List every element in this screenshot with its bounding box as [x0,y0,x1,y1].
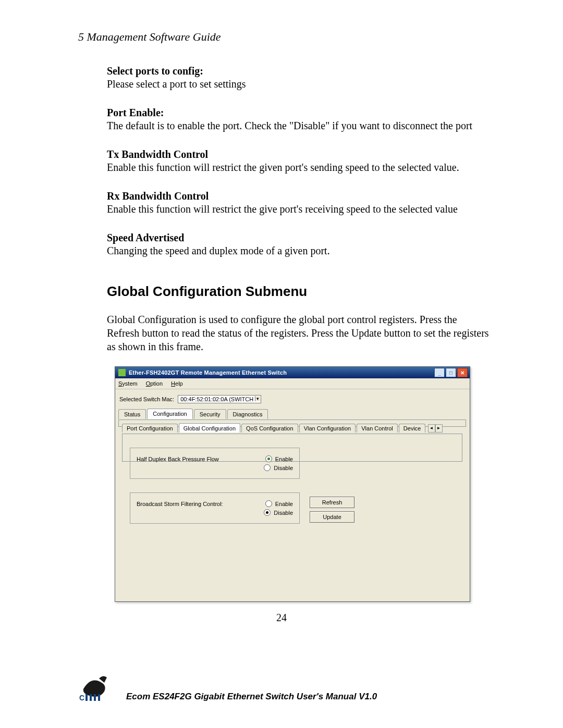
chapter-heading: 5 Management Software Guide [78,30,490,44]
logo-icon: C [78,673,115,702]
group1-label: Half Duplex Back Pressure Flow [137,456,265,462]
section-speed-advertised: Speed Advertised Changing the speed and … [107,231,490,257]
label: Speed Advertised [107,231,490,244]
paragraph-global-config: Global Configuration is used to configur… [107,313,490,353]
app-window: Ether-FSH2402GT Remote Management Ethern… [115,366,470,602]
section-port-enable: Port Enable: The default is to enable th… [107,106,490,132]
titlebar: Ether-FSH2402GT Remote Management Ethern… [115,367,470,378]
mac-dropdown[interactable]: 00:4F:52:01:02:0A (SWITCH [178,395,261,403]
subtab-qos-configuration[interactable]: QoS Configuration [241,424,298,433]
document-page: 5 Management Software Guide Select ports… [0,0,563,728]
radio-hd-enable[interactable] [265,455,272,462]
section-tx-bandwidth: Tx Bandwidth Control Enable this functio… [107,148,490,174]
radio-bs-enable-label: Enable [275,501,293,507]
text: The default is to enable the port. Check… [107,119,490,132]
tab-scroll-right-button[interactable]: ► [435,424,443,433]
radio-hd-disable-label: Disable [274,465,293,471]
tab-configuration[interactable]: Configuration [147,409,192,419]
subpanel-global-configuration: Half Duplex Back Pressure Flow Enable Di… [122,434,462,462]
tab-panel-configuration: Port Configuration Global Configuration … [118,419,466,427]
subtab-device[interactable]: Device [399,424,426,433]
radio-bs-disable[interactable] [264,509,271,516]
menu-option[interactable]: Option [146,380,163,387]
mac-row: Selected Switch Mac: 00:4F:52:01:02:0A (… [119,395,466,403]
subtab-vlan-configuration[interactable]: Vlan Configuration [299,424,356,433]
tab-diagnostics[interactable]: Diagnostics [227,409,268,419]
button-column: Refresh Update [310,497,354,526]
radio-bs-disable-label: Disable [274,510,293,516]
svg-rect-1 [85,694,88,701]
text: Changing the speed and duplex mode of a … [107,244,490,257]
menu-system[interactable]: System [118,380,138,387]
group-half-duplex: Half Duplex Back Pressure Flow Enable Di… [130,448,300,479]
heading-global-config: Global Configuration Submenu [107,283,490,300]
tab-scroll-left-button[interactable]: ◄ [428,424,435,433]
subtab-port-configuration[interactable]: Port Configuration [122,424,178,433]
svg-rect-4 [98,694,100,701]
update-button[interactable]: Update [310,511,354,523]
sub-tabs: Port Configuration Global Configuration … [122,423,462,435]
window-title: Ether-FSH2402GT Remote Management Ethern… [129,369,433,376]
section-rx-bandwidth: Rx Bandwidth Control Enable this functio… [107,190,490,216]
radio-hd-enable-label: Enable [275,456,293,462]
close-button[interactable]: ✕ [457,368,468,377]
menu-bar: System Option Help [115,378,470,389]
tab-security[interactable]: Security [194,409,226,419]
label: Rx Bandwidth Control [107,190,490,203]
app-icon [118,369,126,376]
section-select-ports: Select ports to config: Please select a … [107,65,490,91]
minimize-button[interactable]: _ [434,368,445,377]
refresh-button[interactable]: Refresh [310,497,354,508]
label: Select ports to config: [107,65,490,78]
svg-text:C: C [79,694,84,702]
group2-label: Broadcast Storm Filtering Control: [137,501,265,507]
text: Enable this function will restrict the g… [107,161,490,174]
subtab-global-configuration[interactable]: Global Configuration [179,423,240,433]
svg-rect-3 [94,694,96,701]
tab-status[interactable]: Status [118,409,146,419]
menu-help[interactable]: Help [171,380,183,387]
mac-label: Selected Switch Mac: [119,396,174,402]
group-broadcast-storm: Broadcast Storm Filtering Control: Enabl… [130,492,300,524]
radio-bs-enable[interactable] [265,500,272,507]
maximize-button[interactable]: □ [446,368,456,377]
page-number: 24 [0,612,563,624]
text: Please select a port to set settings [107,78,490,91]
footer-text: Ecom ES24F2G Gigabit Ethernet Switch Use… [126,692,377,702]
svg-rect-2 [90,694,92,701]
label: Tx Bandwidth Control [107,148,490,161]
page-footer: C Ecom ES24F2G Gigabit Ethernet Switch U… [78,673,490,702]
window-body: Selected Switch Mac: 00:4F:52:01:02:0A (… [118,393,467,598]
radio-hd-disable[interactable] [264,464,271,471]
text: Enable this function will restrict the g… [107,203,490,216]
subtab-vlan-control[interactable]: Vlan Control [357,424,398,433]
main-tabs: Status Configuration Security Diagnostic… [118,409,467,420]
label: Port Enable: [107,106,490,119]
